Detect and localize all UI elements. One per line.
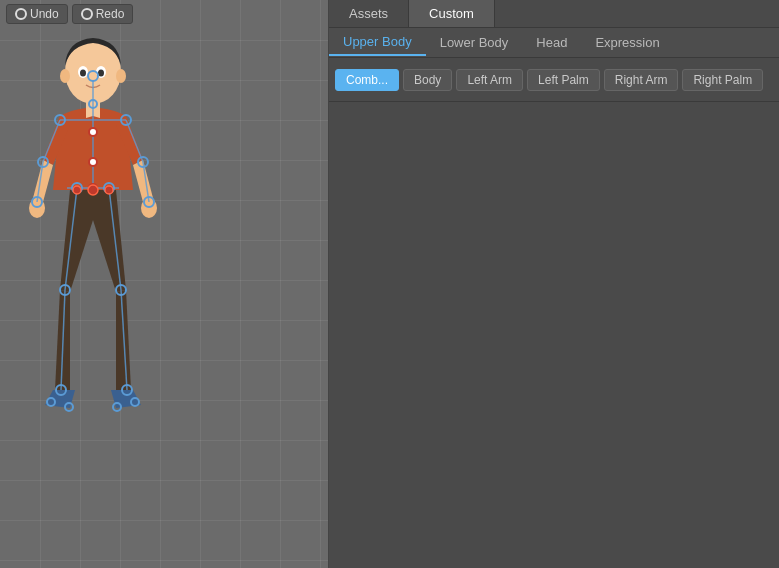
tab-lower-body[interactable]: Lower Body <box>426 30 523 55</box>
third-tab-bar: Comb... Body Left Arm Left Palm Right Ar… <box>329 58 779 102</box>
character-canvas <box>0 0 328 568</box>
right-palm-label: Right Palm <box>693 73 752 87</box>
head-label: Head <box>536 35 567 50</box>
upper-body-label: Upper Body <box>343 34 412 49</box>
toolbar: Undo Redo <box>0 0 139 28</box>
undo-icon <box>15 8 27 20</box>
tab-combined[interactable]: Comb... <box>335 69 399 91</box>
tab-expression[interactable]: Expression <box>581 30 673 55</box>
svg-point-26 <box>89 128 97 136</box>
undo-button[interactable]: Undo <box>6 4 68 24</box>
tab-assets[interactable]: Assets <box>329 0 409 27</box>
left-palm-label: Left Palm <box>538 73 589 87</box>
svg-point-45 <box>105 186 113 194</box>
top-tab-bar: Assets Custom <box>329 0 779 28</box>
content-area <box>329 102 779 568</box>
svg-point-43 <box>88 185 98 195</box>
svg-point-27 <box>89 158 97 166</box>
svg-point-5 <box>60 69 70 83</box>
tab-head[interactable]: Head <box>522 30 581 55</box>
redo-label: Redo <box>96 7 125 21</box>
tab-left-arm[interactable]: Left Arm <box>456 69 523 91</box>
tab-right-arm[interactable]: Right Arm <box>604 69 679 91</box>
character-viewport[interactable]: Undo Redo <box>0 0 328 568</box>
svg-point-6 <box>116 69 126 83</box>
tab-body[interactable]: Body <box>403 69 452 91</box>
svg-point-44 <box>73 186 81 194</box>
redo-button[interactable]: Redo <box>72 4 134 24</box>
body-label: Body <box>414 73 441 87</box>
right-arm-label: Right Arm <box>615 73 668 87</box>
tab-custom[interactable]: Custom <box>409 0 495 27</box>
character-figure <box>15 20 215 550</box>
lower-body-label: Lower Body <box>440 35 509 50</box>
left-arm-label: Left Arm <box>467 73 512 87</box>
custom-tab-label: Custom <box>429 6 474 21</box>
tab-upper-body[interactable]: Upper Body <box>329 29 426 56</box>
tab-left-palm[interactable]: Left Palm <box>527 69 600 91</box>
combined-label: Comb... <box>346 73 388 87</box>
redo-icon <box>81 8 93 20</box>
expression-label: Expression <box>595 35 659 50</box>
svg-point-2 <box>80 70 86 77</box>
undo-label: Undo <box>30 7 59 21</box>
tab-right-palm[interactable]: Right Palm <box>682 69 763 91</box>
second-tab-bar: Upper Body Lower Body Head Expression <box>329 28 779 58</box>
right-panel: Assets Custom Upper Body Lower Body Head… <box>328 0 779 568</box>
assets-tab-label: Assets <box>349 6 388 21</box>
